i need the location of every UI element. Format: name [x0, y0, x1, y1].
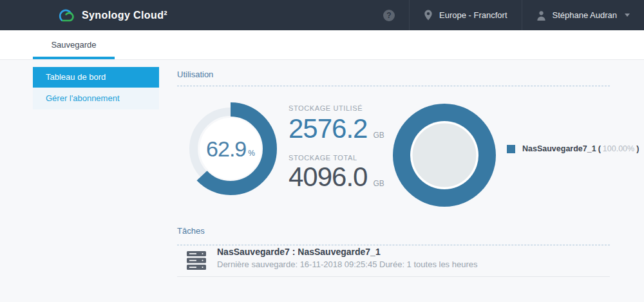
- location-pin-icon: [424, 10, 433, 21]
- chevron-down-icon: [625, 14, 630, 17]
- active-tab-underline: [33, 57, 115, 59]
- header-right: ? Europe - Francfort Stéphane Audran: [369, 0, 644, 30]
- user-menu[interactable]: Stéphane Audran: [522, 0, 644, 30]
- help-button[interactable]: ?: [369, 0, 409, 30]
- tab-bar: Sauvegarde: [0, 30, 644, 60]
- distribution-donut-chart: [392, 102, 497, 208]
- brand: Synology Cloud²: [55, 6, 167, 24]
- task-row[interactable]: NasSauvegarde7 : NasSauvegarde7_1 Derniè…: [177, 247, 610, 275]
- total-storage-unit: GB: [373, 179, 384, 188]
- legend-paren-open: (: [598, 144, 601, 153]
- total-storage-number: 4096.0: [289, 162, 367, 193]
- section-divider: [177, 245, 610, 245]
- section-title-utilisation: Utilisation: [177, 70, 213, 79]
- sidebar-item-tableau-de-bord[interactable]: Tableau de bord: [33, 67, 159, 88]
- app-window: Synology Cloud² ? Europe - Francfort Sté…: [0, 0, 644, 302]
- chart-legend: NasSauvegarde7_1 ( 100.00% ): [507, 144, 641, 153]
- sidebar: Tableau de bord Gérer l'abonnement: [33, 67, 159, 109]
- tab-sauvegarde[interactable]: Sauvegarde: [33, 30, 115, 60]
- used-storage-number: 2576.2: [289, 113, 367, 144]
- legend-paren-close: ): [636, 144, 639, 153]
- user-name: Stéphane Audran: [553, 10, 617, 20]
- synology-cloud-logo-icon: [55, 6, 77, 24]
- brand-title: Synology Cloud²: [82, 10, 167, 21]
- total-storage-value: 4096.0 GB: [289, 162, 384, 193]
- user-icon: [536, 10, 546, 21]
- main-panel: Utilisation 62.9 % STOCKAGE UTILISÉ 2576…: [177, 60, 610, 302]
- legend-series-name: NasSauvegarde7_1: [522, 144, 596, 153]
- top-header: Synology Cloud² ? Europe - Francfort Sté…: [0, 0, 644, 30]
- task-text: NasSauvegarde7 : NasSauvegarde7_1 Derniè…: [217, 247, 477, 269]
- legend-percent: 100.00%: [603, 144, 634, 153]
- task-subtitle: Dernière sauvegarde: 16-11-2018 09:25:45…: [217, 260, 477, 269]
- legend-swatch: [507, 145, 515, 153]
- region-label: Europe - Francfort: [439, 10, 507, 20]
- used-storage-unit: GB: [373, 131, 384, 140]
- help-icon: ?: [383, 10, 395, 21]
- sidebar-item-gerer-abonnement[interactable]: Gérer l'abonnement: [33, 88, 159, 109]
- section-divider: [177, 86, 610, 86]
- used-storage-label: STOCKAGE UTILISÉ: [289, 104, 363, 112]
- used-storage-value: 2576.2 GB: [289, 113, 384, 144]
- section-title-taches: Tâches: [177, 226, 205, 236]
- region-selector[interactable]: Europe - Francfort: [410, 0, 522, 30]
- nas-server-icon: [187, 251, 206, 270]
- task-divider: [177, 276, 610, 277]
- usage-percent-value: 62.9: [206, 137, 246, 162]
- total-storage-label: STOCKAGE TOTAL: [289, 154, 357, 162]
- content-area: Tableau de bord Gérer l'abonnement Utili…: [0, 60, 644, 302]
- usage-percent-label: 62.9 %: [182, 100, 279, 197]
- task-title: NasSauvegarde7 : NasSauvegarde7_1: [217, 247, 477, 257]
- usage-percent-unit: %: [248, 149, 255, 158]
